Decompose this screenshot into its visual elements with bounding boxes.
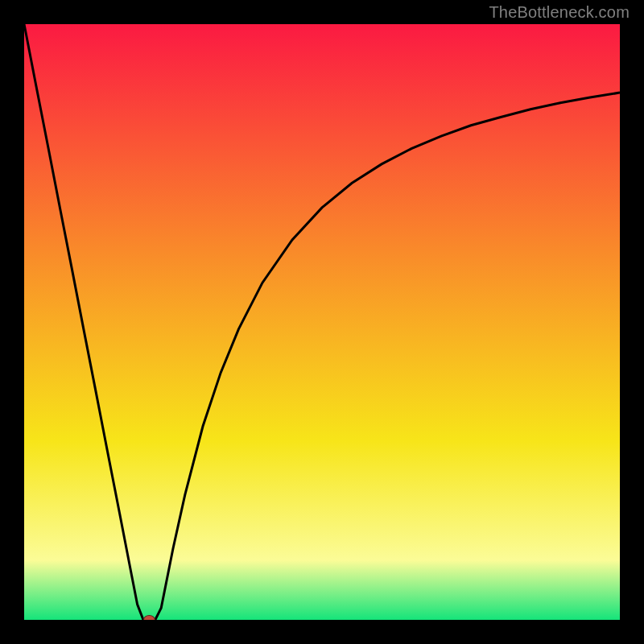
plot-area [24,24,620,620]
bottleneck-curve [24,24,620,620]
chart-stage: TheBottleneck.com [0,0,644,644]
marker-dot [143,616,155,621]
curve-layer [24,24,620,620]
watermark-label: TheBottleneck.com [489,3,630,22]
